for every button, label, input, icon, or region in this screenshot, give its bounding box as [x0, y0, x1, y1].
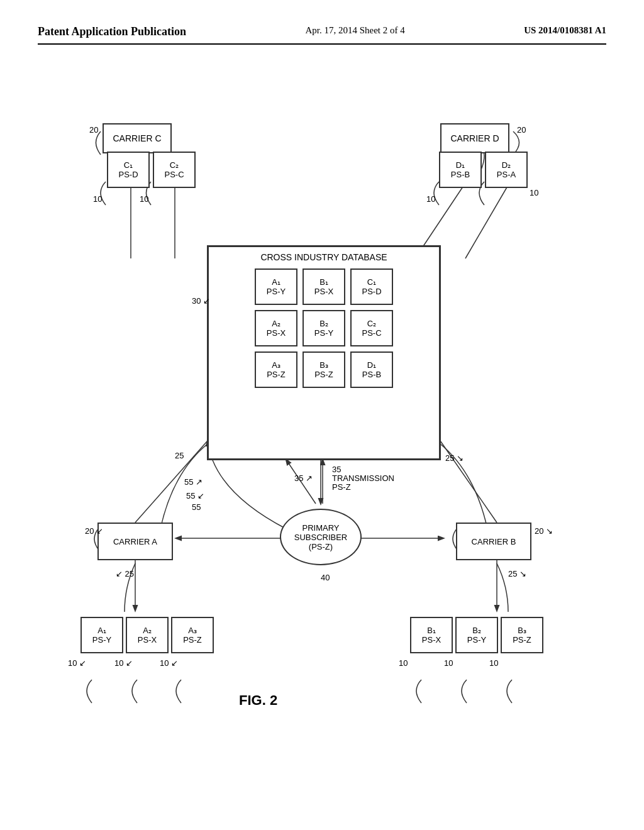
a1-box: A₁PS-Y	[80, 617, 123, 653]
carrier-b-label: CARRIER B	[472, 537, 516, 546]
ref-20-carrier-a: 20 ↙	[85, 526, 103, 536]
d1-bottom: PS-B	[451, 170, 470, 179]
transmission-label: TRANSMISSION	[332, 473, 394, 483]
b1-box: B₁PS-X	[410, 617, 453, 653]
c2-bottom: PS-C	[164, 170, 184, 179]
primary-label: PRIMARY	[303, 523, 340, 533]
ref-55-a: 55 ↗	[184, 477, 203, 487]
ref-40: 40	[321, 573, 330, 582]
c1-bottom: PS-D	[118, 170, 138, 179]
ref-10-c1: 10	[93, 194, 102, 204]
subscriber-label: SUBSCRIBER	[294, 533, 348, 542]
diagram: CARRIER C 20 CARRIER D 20 C₁ PS-D 10 C₂ …	[38, 51, 606, 780]
svg-line-3	[465, 183, 509, 258]
database-box: CROSS INDUSTRY DATABASE A₁PS-Y B₁PS-X C₁…	[208, 246, 440, 460]
db-a1-box: A₁PS-Y	[255, 268, 297, 305]
ref-25-a-bot: ↙ 25	[116, 569, 134, 578]
db-a3-box: A₃PS-Z	[255, 351, 297, 388]
db-b3-box: B₃PS-Z	[303, 351, 345, 388]
ref-10-a1: 10 ↙	[68, 658, 86, 668]
ref-10-c2: 10	[140, 194, 148, 204]
carrier-d-label: CARRIER D	[450, 133, 499, 143]
ref-20-carrier-c: 20	[89, 125, 98, 135]
carrier-a-label: CARRIER A	[113, 537, 157, 546]
carrier-c-label: CARRIER C	[113, 133, 161, 143]
transmission-psz: PS-Z	[332, 482, 351, 492]
b2-box: B₂PS-Y	[455, 617, 498, 653]
a2-box: A₂PS-X	[126, 617, 169, 653]
psz-label: (PS-Z)	[309, 542, 333, 551]
ref-10-b1: 10	[399, 658, 408, 668]
c1-top: C₁	[124, 160, 133, 170]
ref-55-c: 55	[192, 502, 201, 512]
c2-box: C₂ PS-C	[153, 152, 196, 188]
ref-10-d1: 10	[426, 194, 435, 204]
primary-subscriber-ellipse: PRIMARY SUBSCRIBER (PS-Z)	[280, 509, 362, 565]
ref-35-label: 35	[332, 465, 341, 474]
db-d1-box: D₁PS-B	[350, 351, 393, 388]
c2-top: C₂	[170, 160, 179, 170]
d1-box: D₁ PS-B	[439, 152, 482, 188]
ref-10-a3: 10 ↙	[160, 658, 178, 668]
ref-55-b: 55 ↙	[186, 491, 204, 501]
ref-20-carrier-b: 20 ↘	[535, 526, 553, 536]
ref-10-d2: 10	[530, 188, 538, 197]
carrier-b-box: CARRIER B	[456, 523, 531, 560]
ref-20-carrier-d: 20	[517, 125, 526, 135]
carrier-a-box: CARRIER A	[97, 523, 173, 560]
d1-top: D₁	[456, 160, 465, 170]
c1-box: C₁ PS-D	[107, 152, 150, 188]
header-title: Patent Application Publication	[38, 25, 186, 38]
db-c1-box: C₁PS-D	[350, 268, 393, 305]
db-label: CROSS INDUSTRY DATABASE	[260, 252, 387, 262]
header: Patent Application Publication Apr. 17, …	[38, 25, 606, 45]
fig-label: FIG. 2	[239, 692, 277, 709]
carrier-c-box: CARRIER C	[103, 123, 172, 153]
db-b1-box: B₁PS-X	[303, 268, 345, 305]
d2-bottom: PS-A	[497, 170, 516, 179]
ref-25-a-top: 25	[175, 451, 184, 460]
d2-top: D₂	[502, 160, 511, 170]
d2-box: D₂ PS-A	[485, 152, 528, 188]
b3-box: B₃PS-Z	[501, 617, 543, 653]
ref-10-b3: 10	[489, 658, 498, 668]
header-date-sheet: Apr. 17, 2014 Sheet 2 of 4	[305, 25, 404, 36]
ref-30: 30 ↙	[192, 296, 210, 306]
ref-25-b-top: 25 ↘	[445, 453, 464, 463]
carrier-d-box: CARRIER D	[440, 123, 509, 153]
ref-25-b-bot: 25 ↘	[508, 569, 526, 578]
a3-box: A₃PS-Z	[171, 617, 214, 653]
db-b2-box: B₂PS-Y	[303, 310, 345, 346]
ref-10-b2: 10	[444, 658, 453, 668]
db-c2-box: C₂PS-C	[350, 310, 393, 346]
ref-35-left: 35 ↗	[294, 473, 313, 483]
page: Patent Application Publication Apr. 17, …	[0, 0, 644, 830]
header-patent-number: US 2014/0108381 A1	[524, 25, 606, 36]
db-a2-box: A₂PS-X	[255, 310, 297, 346]
ref-10-a2: 10 ↙	[114, 658, 133, 668]
